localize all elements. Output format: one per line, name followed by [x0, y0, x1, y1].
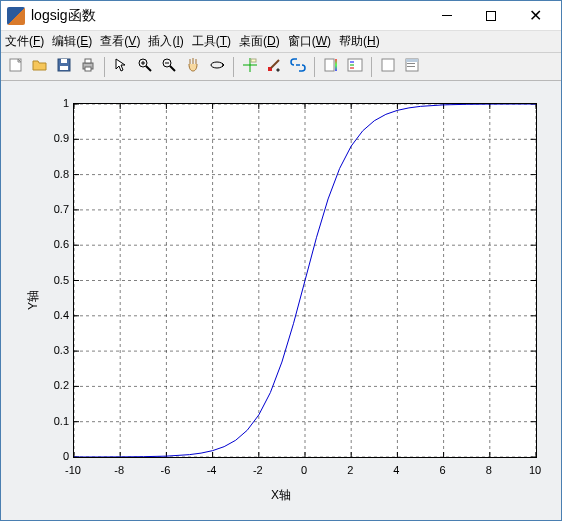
ytick-label: 0.3: [45, 344, 69, 356]
plot-box: [73, 103, 537, 458]
ytick-label: 0.2: [45, 379, 69, 391]
svg-line-12: [170, 66, 175, 71]
svg-rect-19: [325, 59, 334, 71]
link-button[interactable]: [287, 56, 309, 78]
figure-area: Y轴 X轴 -10-8-6-4-2024681000.10.20.30.40.5…: [1, 81, 561, 520]
arrow-button[interactable]: [110, 56, 132, 78]
open-button[interactable]: [29, 56, 51, 78]
hide-tools-button[interactable]: [377, 56, 399, 78]
toolbar-separator: [104, 57, 105, 77]
hide-tools-icon: [380, 57, 396, 76]
ytick-label: 0.7: [45, 203, 69, 215]
ytick-label: 0.6: [45, 238, 69, 250]
menu-e[interactable]: 编辑(E): [52, 33, 92, 50]
svg-point-14: [211, 62, 223, 68]
x-axis-label: X轴: [271, 487, 291, 504]
data-cursor-icon: [242, 57, 258, 76]
print-button[interactable]: [77, 56, 99, 78]
svg-rect-25: [382, 59, 394, 71]
colorbar-button[interactable]: [320, 56, 342, 78]
menubar: 文件(F)编辑(E)查看(V)插入(I)工具(T)桌面(D)窗口(W)帮助(H): [1, 31, 561, 53]
arrow-icon: [113, 57, 129, 76]
print-icon: [80, 57, 96, 76]
zoom-in-button[interactable]: [134, 56, 156, 78]
xtick-label: -4: [207, 464, 217, 476]
legend-button[interactable]: [344, 56, 366, 78]
menu-i[interactable]: 插入(I): [148, 33, 183, 50]
xtick-label: 0: [301, 464, 307, 476]
xtick-label: 4: [393, 464, 399, 476]
show-tools-icon: [404, 57, 420, 76]
ytick-label: 0.1: [45, 415, 69, 427]
menu-f[interactable]: 文件(F): [5, 33, 44, 50]
y-axis-label: Y轴: [25, 289, 42, 309]
maximize-button[interactable]: [469, 1, 513, 31]
rotate-3d-icon: [209, 57, 225, 76]
minimize-button[interactable]: [425, 1, 469, 31]
zoom-in-icon: [137, 57, 153, 76]
rotate-3d-button[interactable]: [206, 56, 228, 78]
xtick-label: 6: [440, 464, 446, 476]
new-figure-icon: [8, 57, 24, 76]
link-icon: [290, 57, 306, 76]
svg-rect-5: [85, 59, 91, 63]
matlab-icon: [7, 7, 25, 25]
svg-line-8: [146, 66, 151, 71]
brush-icon: [266, 57, 282, 76]
toolbar: [1, 53, 561, 81]
axes-container: Y轴 X轴 -10-8-6-4-2024681000.10.20.30.40.5…: [15, 93, 547, 506]
xtick-label: 10: [529, 464, 541, 476]
menu-w[interactable]: 窗口(W): [288, 33, 331, 50]
toolbar-separator: [371, 57, 372, 77]
menu-h[interactable]: 帮助(H): [339, 33, 380, 50]
zoom-out-button[interactable]: [158, 56, 180, 78]
save-button[interactable]: [53, 56, 75, 78]
ytick-label: 0.9: [45, 132, 69, 144]
legend-icon: [347, 57, 363, 76]
svg-rect-20: [335, 59, 337, 71]
svg-rect-6: [85, 67, 91, 71]
menu-t[interactable]: 工具(T): [192, 33, 231, 50]
xtick-label: 8: [486, 464, 492, 476]
menu-v[interactable]: 查看(V): [100, 33, 140, 50]
xtick-label: -10: [65, 464, 81, 476]
ytick-label: 1: [45, 97, 69, 109]
svg-rect-17: [251, 59, 256, 62]
xtick-label: 2: [347, 464, 353, 476]
brush-button[interactable]: [263, 56, 285, 78]
new-figure-button[interactable]: [5, 56, 27, 78]
ytick-label: 0.4: [45, 309, 69, 321]
open-icon: [32, 57, 48, 76]
pan-button[interactable]: [182, 56, 204, 78]
ytick-label: 0.8: [45, 168, 69, 180]
ytick-label: 0.5: [45, 274, 69, 286]
pan-icon: [185, 57, 201, 76]
window-title: logsig函数: [31, 7, 96, 25]
toolbar-separator: [233, 57, 234, 77]
svg-rect-28: [407, 63, 415, 64]
colorbar-icon: [323, 57, 339, 76]
menu-d[interactable]: 桌面(D): [239, 33, 280, 50]
toolbar-separator: [314, 57, 315, 77]
svg-rect-3: [60, 66, 68, 70]
zoom-out-icon: [161, 57, 177, 76]
svg-rect-2: [61, 59, 67, 63]
save-icon: [56, 57, 72, 76]
chart-svg: [74, 104, 536, 457]
data-cursor-button[interactable]: [239, 56, 261, 78]
svg-rect-29: [407, 66, 415, 67]
xtick-label: -2: [253, 464, 263, 476]
close-button[interactable]: ✕: [513, 1, 557, 31]
xtick-label: -8: [114, 464, 124, 476]
titlebar: logsig函数 ✕: [1, 1, 561, 31]
xtick-label: -6: [161, 464, 171, 476]
svg-rect-27: [406, 59, 418, 62]
show-tools-button[interactable]: [401, 56, 423, 78]
ytick-label: 0: [45, 450, 69, 462]
